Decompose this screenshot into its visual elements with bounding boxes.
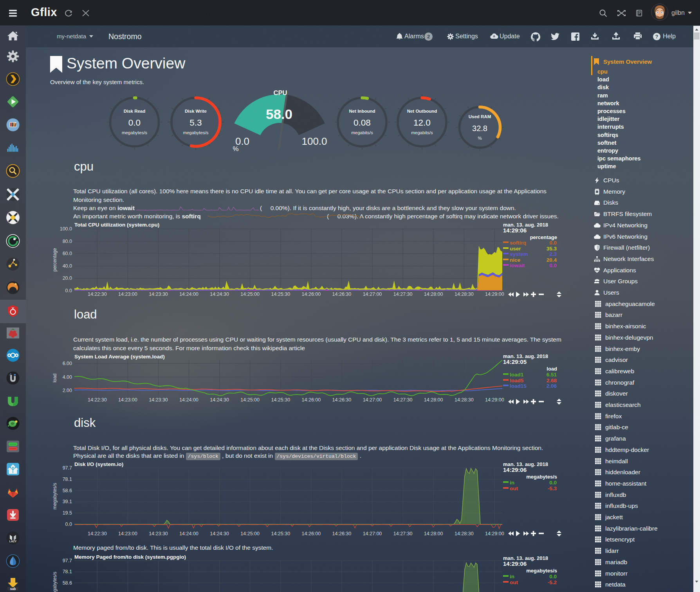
svg-text:megabytes/s: megabytes/s (52, 572, 58, 592)
svg-text:78.1: 78.1 (63, 569, 72, 574)
svg-text:97.7: 97.7 (63, 558, 72, 563)
svg-text:Memory Paged from/to disk (sys: Memory Paged from/to disk (system.pgpgio… (74, 554, 186, 560)
svg-text:58.6: 58.6 (63, 580, 72, 586)
